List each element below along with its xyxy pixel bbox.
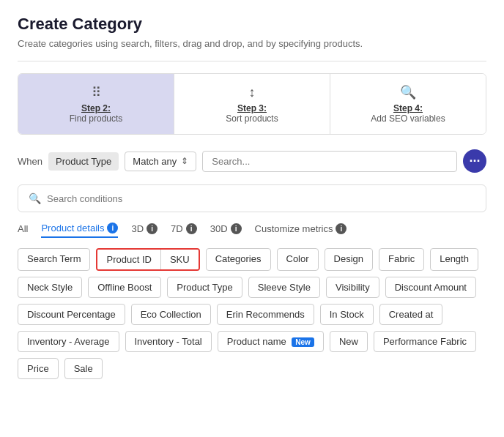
- chip-inventory-total-label: Inventory - Total: [135, 336, 202, 347]
- page-title: Create Category: [18, 15, 486, 34]
- tab-30d-info-icon: i: [231, 223, 242, 234]
- chip-erin-recommends[interactable]: Erin Recommends: [217, 304, 314, 325]
- chip-visibility-label: Visibility: [336, 282, 370, 293]
- chip-price-label: Price: [27, 363, 49, 374]
- chip-discount-percentage[interactable]: Discount Percentage: [18, 304, 125, 325]
- step-4-icon: 🔍: [400, 84, 416, 100]
- chip-product-type-label: Product Type: [177, 282, 232, 293]
- step-4-link[interactable]: Step 4:: [393, 103, 423, 113]
- chip-product-id[interactable]: Product ID: [97, 250, 160, 269]
- step-2-label: Step 2:Find products: [70, 103, 123, 124]
- chip-offline-boost[interactable]: Offline Boost: [88, 277, 161, 298]
- filter-select-arrow-icon: ⇕: [181, 156, 188, 166]
- tab-customize-info-icon: i: [336, 223, 346, 234]
- search-icon: 🔍: [29, 193, 41, 204]
- chip-categories[interactable]: Categories: [206, 248, 271, 271]
- tab-3d-info-icon: i: [147, 223, 158, 234]
- ellipsis-icon: ···: [469, 154, 480, 168]
- tab-30d[interactable]: 30D i: [210, 223, 242, 237]
- filter-more-button[interactable]: ···: [463, 149, 486, 173]
- chip-search-term[interactable]: Search Term: [18, 248, 90, 271]
- chip-product-type[interactable]: Product Type: [167, 277, 242, 298]
- chip-product-name-new-badge: New: [292, 337, 314, 347]
- chip-color-label: Color: [286, 253, 309, 264]
- chip-price[interactable]: Price: [18, 358, 59, 379]
- tab-product-details-info-icon: i: [107, 223, 118, 234]
- chip-product-id-label: Product ID: [106, 254, 151, 265]
- page-subtitle: Create categories using search, filters,…: [18, 38, 486, 49]
- tab-30d-label: 30D: [210, 223, 228, 234]
- tab-3d[interactable]: 3D i: [131, 223, 158, 237]
- filter-match-select[interactable]: Match any ⇕: [125, 152, 196, 171]
- chip-length-label: Length: [440, 253, 469, 264]
- chip-discount-amount-label: Discount Amount: [395, 282, 467, 293]
- chip-sale-label: Sale: [74, 363, 93, 374]
- chip-sku[interactable]: SKU: [161, 250, 199, 269]
- divider: [18, 61, 486, 61]
- step-3-icon: ↕: [249, 85, 256, 100]
- chips-section: Search Term Product ID SKU Categories Co…: [18, 248, 486, 379]
- chip-design-label: Design: [334, 253, 363, 264]
- chip-color[interactable]: Color: [277, 248, 319, 271]
- chip-length[interactable]: Length: [430, 248, 478, 271]
- chip-eco-collection[interactable]: Eco Collection: [131, 304, 211, 325]
- chip-sleeve-style-label: Sleeve Style: [258, 282, 311, 293]
- step-2[interactable]: ⠿ Step 2:Find products: [18, 74, 174, 134]
- chip-design[interactable]: Design: [325, 248, 373, 271]
- chip-sleeve-style[interactable]: Sleeve Style: [248, 277, 320, 298]
- filter-match-label: Match any: [133, 156, 177, 167]
- tab-all[interactable]: All: [18, 223, 28, 237]
- chip-in-stock[interactable]: In Stock: [320, 304, 374, 325]
- conditions-search-box[interactable]: 🔍: [18, 184, 486, 212]
- tab-product-details[interactable]: Product details i: [41, 223, 118, 238]
- chip-sale[interactable]: Sale: [64, 358, 103, 379]
- chip-new[interactable]: New: [330, 331, 368, 352]
- tab-7d[interactable]: 7D i: [171, 223, 197, 237]
- chip-search-term-label: Search Term: [27, 253, 81, 264]
- chip-performance-fabric-label: Performance Fabric: [383, 336, 467, 347]
- tab-all-label: All: [18, 223, 28, 234]
- tab-customize-label: Customize metrics: [255, 223, 333, 234]
- step-4[interactable]: 🔍 Step 4:Add SEO variables: [330, 74, 486, 134]
- chip-inventory-average-label: Inventory - Average: [27, 336, 110, 347]
- tab-3d-label: 3D: [131, 223, 144, 234]
- chip-fabric[interactable]: Fabric: [379, 248, 424, 271]
- tab-customize[interactable]: Customize metrics i: [255, 223, 347, 237]
- chip-sku-label: SKU: [170, 254, 190, 265]
- chip-inventory-total[interactable]: Inventory - Total: [125, 331, 212, 352]
- chip-product-name[interactable]: Product name New: [218, 331, 324, 352]
- chip-group-product-id-sku: Product ID SKU: [96, 248, 199, 271]
- step-2-link[interactable]: Step 2:: [81, 103, 111, 113]
- chip-created-at-label: Created at: [389, 309, 434, 320]
- step-2-icon: ⠿: [92, 84, 101, 100]
- step-3[interactable]: ↕ Step 3:Sort products: [174, 74, 330, 134]
- chip-inventory-average[interactable]: Inventory - Average: [18, 331, 119, 352]
- chip-product-name-label: Product name: [227, 336, 286, 347]
- chip-offline-boost-label: Offline Boost: [97, 282, 152, 293]
- filter-row: When Product Type Match any ⇕ ···: [18, 149, 486, 173]
- filter-search-wrap: [202, 151, 457, 172]
- chip-new-label: New: [339, 336, 358, 347]
- chip-performance-fabric[interactable]: Performance Fabric: [374, 331, 476, 352]
- chip-visibility[interactable]: Visibility: [326, 277, 379, 298]
- chip-discount-percentage-label: Discount Percentage: [27, 309, 116, 320]
- chip-fabric-label: Fabric: [388, 253, 415, 264]
- chip-neck-style-label: Neck Style: [27, 282, 73, 293]
- chip-erin-recommends-label: Erin Recommends: [226, 309, 305, 320]
- conditions-search-input[interactable]: [47, 193, 475, 204]
- chip-in-stock-label: In Stock: [330, 309, 364, 320]
- chip-categories-label: Categories: [215, 253, 262, 264]
- chip-created-at[interactable]: Created at: [379, 304, 443, 325]
- step-3-link[interactable]: Step 3:: [237, 103, 267, 113]
- tab-product-details-label: Product details: [41, 223, 104, 234]
- tab-7d-label: 7D: [171, 223, 183, 234]
- chip-eco-collection-label: Eco Collection: [141, 309, 201, 320]
- tab-7d-info-icon: i: [186, 223, 197, 234]
- filter-search-input[interactable]: [202, 151, 457, 172]
- chip-discount-amount[interactable]: Discount Amount: [385, 277, 476, 298]
- tabs-bar: All Product details i 3D i 7D i 30D i Cu…: [18, 223, 486, 238]
- chip-neck-style[interactable]: Neck Style: [18, 277, 82, 298]
- page-container: Create Category Create categories using …: [0, 0, 504, 394]
- filter-when-label: When: [18, 156, 42, 167]
- filter-product-type-tag: Product Type: [48, 152, 119, 171]
